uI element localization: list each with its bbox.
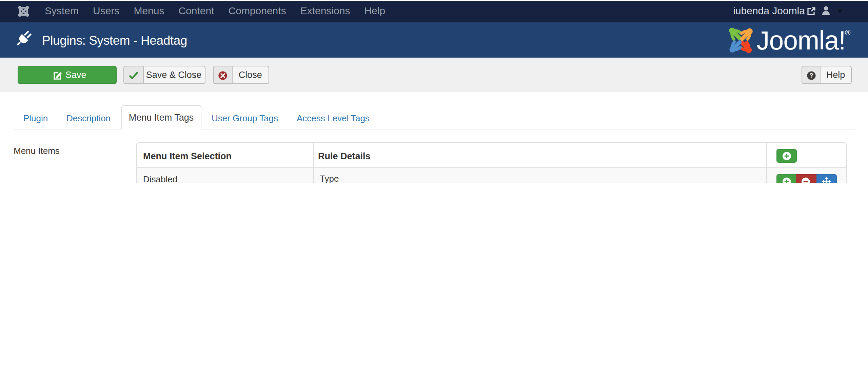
svg-text:Joomla!: Joomla! — [756, 27, 846, 55]
svg-text:?: ? — [810, 72, 813, 79]
svg-text:®: ® — [845, 28, 850, 37]
